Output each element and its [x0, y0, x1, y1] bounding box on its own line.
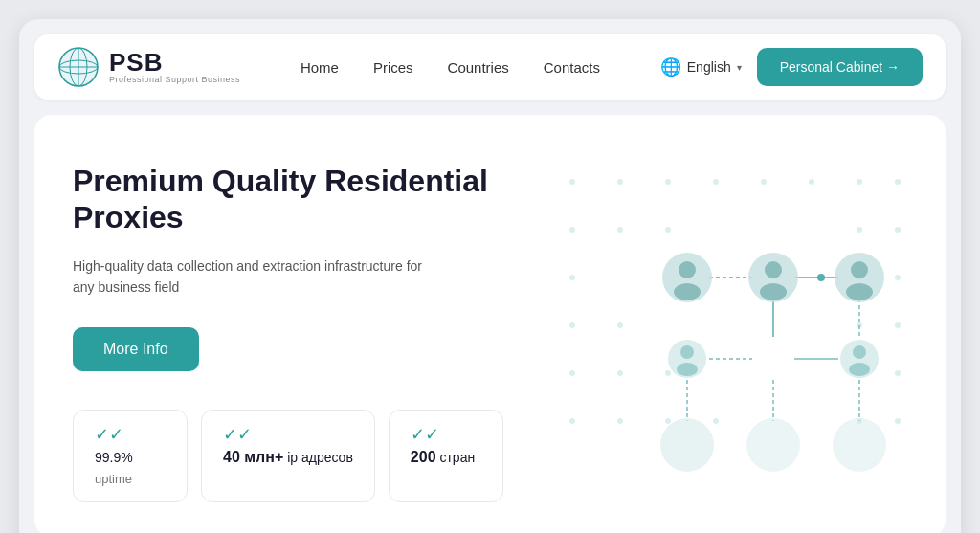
svg-point-8 — [713, 179, 719, 185]
nav-link-countries[interactable]: Countries — [448, 59, 509, 76]
network-graphic — [544, 153, 907, 478]
nav-right: 🌐 English ▾ Personal Cabinet → — [660, 48, 923, 86]
svg-point-61 — [660, 418, 714, 472]
stat-uptime: ✓✓ 99.9% uptime — [73, 410, 188, 502]
hero-left: Premium Quality Residential Proxies High… — [73, 153, 513, 502]
svg-point-20 — [895, 275, 901, 280]
svg-point-10 — [809, 179, 814, 185]
svg-point-6 — [617, 179, 623, 185]
stat-value-2: 40 млн+ ip адресов — [223, 449, 353, 466]
stat-value-1: 99.9% — [95, 449, 166, 466]
svg-point-48 — [674, 283, 701, 300]
hero-right — [513, 153, 907, 478]
svg-point-7 — [665, 179, 671, 185]
stat-value-3: 200 стран — [411, 449, 481, 466]
svg-point-54 — [846, 283, 873, 300]
svg-point-47 — [679, 261, 696, 278]
hero-title: Premium Quality Residential Proxies — [73, 163, 513, 236]
logo-text: PSB Professional Support Business — [109, 50, 240, 84]
svg-point-56 — [680, 345, 694, 359]
svg-point-5 — [569, 179, 575, 185]
svg-point-33 — [713, 418, 719, 424]
svg-point-60 — [849, 363, 870, 376]
svg-point-22 — [617, 322, 623, 328]
chevron-down-icon: ▾ — [737, 62, 742, 73]
svg-point-50 — [765, 261, 782, 278]
logo-tagline: Professional Support Business — [109, 75, 240, 84]
svg-point-25 — [569, 370, 575, 376]
stat-label-1: uptime — [95, 472, 166, 486]
logo-name: PSB — [109, 50, 240, 75]
svg-point-51 — [760, 283, 787, 300]
hero-card: Premium Quality Residential Proxies High… — [34, 115, 946, 533]
stat-countries: ✓✓ 200 стран — [389, 410, 503, 502]
nav-link-prices[interactable]: Prices — [373, 59, 413, 76]
nav-link-home[interactable]: Home — [301, 59, 339, 76]
stat-ips: ✓✓ 40 млн+ ip адресов — [201, 410, 375, 502]
outer-container: PSB Professional Support Business Home P… — [19, 19, 961, 533]
more-info-button[interactable]: More Info — [73, 327, 199, 371]
svg-point-14 — [617, 227, 623, 233]
stat-check-1: ✓✓ — [95, 426, 166, 443]
language-icon: 🌐 — [660, 56, 681, 78]
svg-point-15 — [665, 227, 671, 233]
svg-point-57 — [677, 363, 698, 376]
svg-point-24 — [895, 322, 901, 328]
svg-point-35 — [895, 418, 901, 424]
svg-point-63 — [833, 418, 886, 472]
language-selector[interactable]: 🌐 English ▾ — [660, 56, 742, 78]
svg-point-13 — [569, 227, 575, 233]
svg-point-62 — [746, 418, 800, 472]
navbar: PSB Professional Support Business Home P… — [34, 34, 946, 100]
nav-link-contacts[interactable]: Contacts — [544, 59, 600, 76]
stat-check-3: ✓✓ — [411, 426, 481, 443]
logo-area: PSB Professional Support Business — [57, 46, 240, 88]
stats-row: ✓✓ 99.9% uptime ✓✓ 40 млн+ ip адресов ✓✓ — [73, 410, 513, 502]
globe-icon — [57, 46, 100, 88]
svg-point-31 — [617, 418, 623, 424]
svg-point-12 — [895, 179, 901, 185]
hero-description: High-quality data collection and extract… — [73, 255, 436, 299]
svg-point-59 — [853, 345, 866, 359]
svg-point-29 — [895, 370, 901, 376]
svg-point-21 — [569, 322, 575, 328]
personal-cabinet-button[interactable]: Personal Cabinet → — [757, 48, 923, 86]
stat-check-2: ✓✓ — [223, 426, 353, 443]
nav-links: Home Prices Countries Contacts — [301, 59, 600, 76]
svg-point-30 — [569, 418, 575, 424]
svg-point-18 — [569, 275, 575, 280]
language-label: English — [687, 59, 731, 75]
svg-point-16 — [857, 227, 862, 233]
svg-point-27 — [665, 370, 671, 376]
svg-point-53 — [851, 261, 868, 278]
svg-point-26 — [617, 370, 623, 376]
svg-point-11 — [857, 179, 862, 185]
svg-point-17 — [895, 227, 901, 233]
svg-point-32 — [665, 418, 671, 424]
svg-point-38 — [817, 274, 825, 281]
svg-point-9 — [761, 179, 767, 185]
